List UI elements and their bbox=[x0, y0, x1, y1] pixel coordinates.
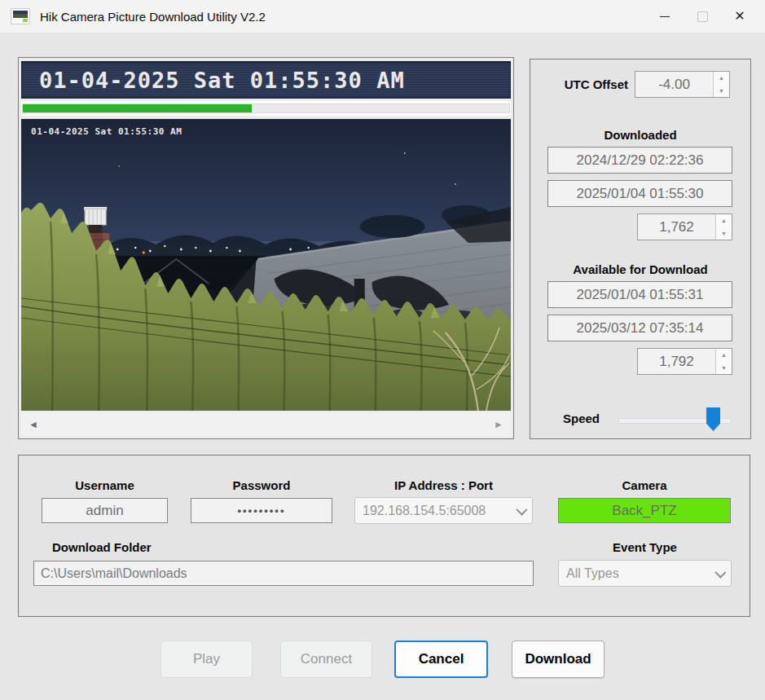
progress-fill bbox=[23, 104, 252, 112]
ip-port-label: IP Address : Port bbox=[354, 478, 533, 492]
speed-label: Speed bbox=[563, 412, 600, 425]
osd-timestamp-banner: 01-04-2025 Sat 01:55:30 AM bbox=[21, 61, 511, 99]
available-start-field[interactable]: 2025/01/04 01:55:31 bbox=[547, 281, 732, 308]
downloaded-header: Downloaded bbox=[530, 128, 750, 142]
available-end-field[interactable]: 2025/03/12 07:35:14 bbox=[547, 315, 732, 341]
utc-offset-down-icon[interactable]: ▼ bbox=[714, 85, 729, 98]
app-icon bbox=[11, 8, 30, 24]
downloaded-count-up-icon[interactable]: ▲ bbox=[716, 214, 732, 227]
chevron-down-icon bbox=[714, 566, 726, 578]
cancel-button[interactable]: Cancel bbox=[394, 641, 488, 678]
available-count-value[interactable]: 1,792 bbox=[638, 349, 715, 374]
scroll-left-icon[interactable]: ◄ bbox=[29, 420, 38, 429]
download-progress bbox=[21, 101, 511, 116]
available-header: Available for Download bbox=[530, 262, 750, 276]
downloaded-start-field[interactable]: 2024/12/29 02:22:36 bbox=[547, 147, 732, 174]
username-label: Username bbox=[42, 478, 168, 492]
downloaded-count-down-icon[interactable]: ▼ bbox=[716, 227, 732, 240]
close-button[interactable]: ✕ bbox=[721, 0, 758, 33]
event-type-label: Event Type bbox=[558, 540, 732, 554]
utc-offset-spinner[interactable]: -4.00 ▲ ▼ bbox=[635, 71, 730, 98]
available-count-up-icon[interactable]: ▲ bbox=[716, 349, 732, 362]
settings-panel: UTC Offset -4.00 ▲ ▼ Downloaded 2024/12/… bbox=[530, 59, 751, 439]
utc-offset-value[interactable]: -4.00 bbox=[635, 72, 713, 97]
camera-snapshot: 01-04-2025 Sat 01:55:30 AM bbox=[21, 119, 511, 411]
password-label: Password bbox=[191, 478, 332, 492]
close-icon: ✕ bbox=[734, 10, 745, 23]
available-count-down-icon[interactable]: ▼ bbox=[716, 362, 732, 375]
downloaded-count-value[interactable]: 1,762 bbox=[638, 214, 715, 240]
preview-horizontal-scrollbar[interactable]: ◄ ► bbox=[21, 412, 511, 436]
maximize-button bbox=[684, 0, 721, 33]
download-button[interactable]: Download bbox=[512, 641, 605, 678]
utc-offset-up-icon[interactable]: ▲ bbox=[714, 72, 729, 85]
camera-value-field[interactable]: Back_PTZ bbox=[558, 498, 731, 523]
utc-offset-label: UTC Offset bbox=[530, 77, 628, 91]
minimize-button[interactable] bbox=[646, 0, 684, 33]
username-field[interactable]: admin bbox=[42, 498, 168, 523]
downloaded-count-spinner[interactable]: 1,762 ▲ ▼ bbox=[637, 214, 732, 240]
available-count-spinner[interactable]: 1,792 ▲ ▼ bbox=[637, 348, 732, 375]
minimize-icon bbox=[660, 16, 670, 17]
ip-port-value: 192.168.154.5:65008 bbox=[363, 504, 486, 518]
event-type-value: All Types bbox=[566, 566, 619, 581]
event-type-combobox[interactable]: All Types bbox=[558, 560, 732, 587]
ip-port-combobox[interactable]: 192.168.154.5:65008 bbox=[354, 497, 533, 524]
downloaded-end-field[interactable]: 2025/01/04 01:55:30 bbox=[547, 180, 732, 207]
speed-slider-thumb[interactable] bbox=[706, 407, 720, 431]
download-folder-label: Download Folder bbox=[52, 540, 152, 554]
password-field[interactable]: ••••••••• bbox=[191, 498, 332, 523]
connection-form-panel: Username admin Password ••••••••• IP Add… bbox=[18, 455, 750, 617]
title-bar: Hik Camera Picture Download Utility V2.2… bbox=[0, 0, 765, 33]
camera-label: Camera bbox=[558, 478, 731, 492]
download-folder-field[interactable]: C:\Users\mail\Downloads bbox=[33, 561, 534, 586]
chevron-down-icon bbox=[516, 504, 527, 515]
osd-overlay-text: 01-04-2025 Sat 01:55:30 AM bbox=[31, 126, 182, 137]
preview-panel: 01-04-2025 Sat 01:55:30 AM bbox=[18, 57, 514, 439]
connect-button: Connect bbox=[280, 641, 372, 678]
maximize-icon bbox=[697, 11, 708, 22]
play-button: Play bbox=[160, 641, 253, 678]
window-title: Hik Camera Picture Download Utility V2.2 bbox=[40, 10, 266, 24]
app-window: Hik Camera Picture Download Utility V2.2… bbox=[0, 0, 765, 700]
scroll-right-icon[interactable]: ► bbox=[494, 420, 503, 429]
